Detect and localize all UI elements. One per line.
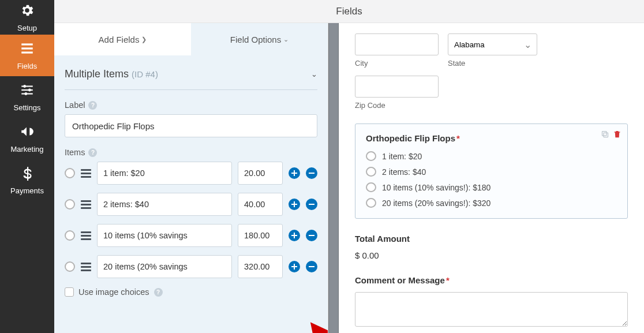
item-price-input[interactable] xyxy=(238,193,283,216)
panel-tabs: Add Fields ❯ Field Options ⌄ xyxy=(54,23,328,55)
chevron-down-icon: ⌄ xyxy=(311,70,317,78)
help-icon[interactable]: ? xyxy=(154,288,163,297)
option-radio[interactable] xyxy=(366,151,376,161)
svg-rect-10 xyxy=(291,173,297,174)
add-item-button[interactable] xyxy=(289,167,300,179)
item-label-input[interactable] xyxy=(97,255,232,278)
zip-label: Zip Code xyxy=(355,101,439,110)
svg-point-6 xyxy=(23,85,26,88)
city-label: City xyxy=(355,59,439,68)
svg-rect-1 xyxy=(21,47,33,49)
add-item-button[interactable] xyxy=(289,199,300,210)
svg-rect-3 xyxy=(21,85,33,87)
image-choices-row[interactable]: Use image choices ? xyxy=(65,287,317,297)
svg-rect-14 xyxy=(309,204,314,205)
item-default-radio[interactable] xyxy=(65,199,75,209)
required-asterisk: * xyxy=(456,133,460,143)
panel-gutter[interactable] xyxy=(328,23,339,333)
trash-icon[interactable] xyxy=(613,130,621,140)
item-price-input[interactable] xyxy=(238,162,283,185)
item-row xyxy=(65,162,317,185)
item-price-input[interactable] xyxy=(238,255,283,278)
svg-rect-11 xyxy=(309,173,314,174)
option-row[interactable]: 10 items (10% savings!): $180 xyxy=(366,182,617,192)
remove-item-button[interactable] xyxy=(306,167,317,179)
svg-rect-17 xyxy=(309,235,314,236)
image-choices-checkbox[interactable] xyxy=(65,287,74,297)
item-label-input[interactable] xyxy=(97,193,232,216)
nav-label: Settings xyxy=(14,103,41,112)
option-label: 10 items (10% savings!): $180 xyxy=(382,183,491,192)
option-row[interactable]: 20 items (20% savings!): $320 xyxy=(366,198,617,208)
svg-rect-19 xyxy=(291,266,297,267)
svg-rect-2 xyxy=(21,51,33,53)
section-header[interactable]: Multiple Items (ID #4) ⌄ xyxy=(65,55,317,90)
topbar: Fields xyxy=(54,0,644,23)
duplicate-icon[interactable] xyxy=(601,130,609,140)
required-asterisk: * xyxy=(446,275,450,285)
svg-rect-16 xyxy=(291,235,297,236)
nav-fields[interactable]: Fields xyxy=(0,35,54,76)
item-row xyxy=(65,255,317,278)
option-radio[interactable] xyxy=(366,198,376,208)
tab-label: Add Fields xyxy=(99,35,140,44)
remove-item-button[interactable] xyxy=(306,230,317,241)
svg-rect-20 xyxy=(309,266,314,267)
slider-icon xyxy=(20,83,35,100)
nav-settings[interactable]: Settings xyxy=(0,76,54,118)
svg-point-7 xyxy=(28,88,31,91)
drag-handle-icon[interactable] xyxy=(81,169,91,178)
state-select[interactable] xyxy=(448,33,537,55)
nav-payments[interactable]: Payments xyxy=(0,159,54,201)
svg-rect-0 xyxy=(21,43,33,45)
drag-handle-icon[interactable] xyxy=(81,231,91,240)
add-item-button[interactable] xyxy=(289,261,300,272)
item-default-radio[interactable] xyxy=(65,230,75,241)
tab-add-fields[interactable]: Add Fields ❯ xyxy=(54,23,191,55)
drag-handle-icon[interactable] xyxy=(81,263,91,271)
gear-icon xyxy=(20,3,35,20)
option-label: 2 items: $40 xyxy=(382,167,426,177)
product-field-card[interactable]: Orthopedic Flip Flops* 1 item: $202 item… xyxy=(355,124,628,219)
option-row[interactable]: 1 item: $20 xyxy=(366,151,617,161)
total-value: $ 0.00 xyxy=(355,250,628,260)
state-label: State xyxy=(448,59,537,68)
section-title: Multiple Items (ID #4) xyxy=(65,68,158,80)
drag-handle-icon[interactable] xyxy=(81,200,91,209)
help-icon[interactable]: ? xyxy=(88,148,97,157)
item-row xyxy=(65,193,317,216)
nav-label: Fields xyxy=(17,62,38,70)
nav-setup[interactable]: Setup xyxy=(0,0,54,35)
image-choices-label: Use image choices xyxy=(78,287,149,297)
tab-label: Field Options xyxy=(230,35,281,44)
option-label: 1 item: $20 xyxy=(382,152,422,161)
option-radio[interactable] xyxy=(366,182,376,192)
remove-item-button[interactable] xyxy=(306,261,317,272)
help-icon[interactable]: ? xyxy=(88,101,97,110)
comment-label: Comment or Message xyxy=(355,275,445,285)
item-default-radio[interactable] xyxy=(65,168,75,178)
item-label-input[interactable] xyxy=(97,224,232,247)
comment-textarea[interactable] xyxy=(355,292,628,327)
remove-item-button[interactable] xyxy=(306,199,317,210)
city-input[interactable] xyxy=(355,33,439,55)
svg-rect-4 xyxy=(21,89,33,90)
option-row[interactable]: 2 items: $40 xyxy=(366,167,617,177)
option-radio[interactable] xyxy=(366,167,376,177)
item-default-radio[interactable] xyxy=(65,261,75,272)
svg-rect-22 xyxy=(602,132,607,136)
annotation-arrow xyxy=(301,321,328,333)
zip-input[interactable] xyxy=(355,76,439,98)
svg-rect-21 xyxy=(604,133,608,137)
label-input[interactable] xyxy=(65,114,317,137)
option-label: 20 items (20% savings!): $320 xyxy=(382,199,491,208)
items-group: Items ? xyxy=(65,137,317,278)
tab-field-options[interactable]: Field Options ⌄ xyxy=(191,23,328,55)
nav-label: Payments xyxy=(10,186,44,195)
page-title: Fields xyxy=(336,6,362,17)
main-sidebar: Setup Fields Settings Marketing Payments xyxy=(0,0,54,333)
nav-marketing[interactable]: Marketing xyxy=(0,118,54,159)
item-label-input[interactable] xyxy=(97,162,232,185)
item-price-input[interactable] xyxy=(238,224,283,247)
add-item-button[interactable] xyxy=(289,230,300,241)
